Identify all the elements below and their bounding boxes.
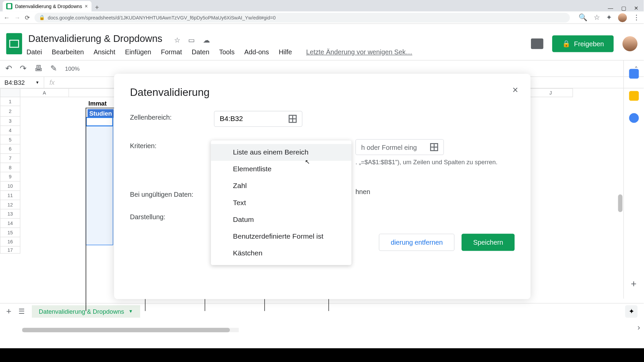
dropdown-option-item-list[interactable]: Elementliste: [211, 161, 352, 178]
extensions-icon[interactable]: ✦: [606, 13, 612, 22]
range-label: Zellenbereich:: [130, 111, 214, 121]
menu-view[interactable]: Ansicht: [94, 48, 115, 55]
name-box[interactable]: B4:B32 ▼: [0, 77, 44, 88]
reload-icon[interactable]: ⟳: [25, 14, 30, 21]
add-sheet-icon[interactable]: +: [6, 306, 11, 316]
move-doc-icon[interactable]: ▭: [188, 36, 195, 44]
minimize-icon[interactable]: —: [608, 5, 613, 11]
criteria-range-input[interactable]: h oder Formel eing: [356, 139, 444, 155]
row-header[interactable]: 7: [0, 154, 20, 163]
close-tab-icon[interactable]: ×: [85, 3, 88, 9]
row-header[interactable]: 8: [0, 163, 20, 172]
row-header[interactable]: 13: [0, 209, 20, 219]
close-window-icon[interactable]: ✕: [634, 5, 638, 11]
row-header[interactable]: 17: [0, 246, 20, 253]
browser-tab[interactable]: Datenvalidierung & Dropdowns ×: [3, 1, 91, 12]
url-input[interactable]: 🔒 docs.google.com/spreadsheets/d/1JKUDAN…: [35, 13, 570, 22]
row-header[interactable]: 3: [0, 117, 20, 126]
last-edit-link[interactable]: Letzte Änderung vor wenigen Sek…: [306, 48, 413, 55]
calendar-icon[interactable]: [629, 69, 639, 79]
print-icon[interactable]: 🖶: [35, 64, 43, 73]
row-header[interactable]: 6: [0, 144, 20, 154]
criteria-label: Kriterien:: [130, 139, 214, 149]
save-button[interactable]: Speichern: [462, 234, 515, 251]
comments-icon[interactable]: [531, 39, 544, 49]
select-range-icon[interactable]: [289, 115, 297, 123]
dropdown-option-custom-formula[interactable]: Benutzerdefinierte Formel ist: [211, 228, 352, 245]
document-title[interactable]: Datenvalidierung & Dropdowns: [26, 32, 164, 46]
row-header[interactable]: 9: [0, 172, 20, 182]
redo-icon[interactable]: ↷: [20, 64, 26, 73]
browser-tab-bar: Datenvalidierung & Dropdowns × + — ▢ ✕: [0, 0, 644, 11]
dropdown-option-text[interactable]: Text: [211, 194, 352, 211]
menu-file[interactable]: Datei: [26, 48, 42, 55]
dropdown-option-checkbox[interactable]: Kästchen: [211, 245, 352, 261]
row-header[interactable]: 5: [0, 135, 20, 144]
sheets-logo-icon[interactable]: [6, 33, 22, 54]
maximize-icon[interactable]: ▢: [621, 5, 626, 11]
cloud-status-icon[interactable]: ☁: [203, 36, 210, 44]
vertical-scrollbar[interactable]: [617, 194, 623, 362]
zoom-icon[interactable]: 🔍: [579, 13, 587, 22]
select-range-icon[interactable]: [430, 143, 438, 151]
menu-format[interactable]: Format: [161, 48, 182, 55]
zoom-select[interactable]: 100%: [65, 65, 80, 72]
menu-tools[interactable]: Tools: [219, 48, 234, 55]
fx-icon: fx: [44, 79, 60, 86]
dropdown-option-number[interactable]: Zahl: [211, 178, 352, 194]
side-panel-toggle-icon[interactable]: ›: [638, 323, 640, 332]
menu-data[interactable]: Daten: [192, 48, 209, 55]
new-tab-button[interactable]: +: [91, 4, 102, 12]
explore-icon[interactable]: ✦: [625, 305, 638, 317]
lock-icon: 🔒: [39, 14, 45, 20]
row-header[interactable]: 10: [0, 182, 20, 191]
menu-addons[interactable]: Add-ons: [244, 48, 269, 55]
row-header[interactable]: 16: [0, 237, 20, 247]
sheets-favicon: [6, 3, 12, 9]
add-addon-icon[interactable]: +: [631, 278, 637, 290]
account-avatar[interactable]: [623, 36, 638, 51]
menu-insert[interactable]: Einfügen: [125, 48, 151, 55]
address-bar: ← → ⟳ 🔒 docs.google.com/spreadsheets/d/1…: [0, 11, 644, 24]
col-header[interactable]: A: [20, 88, 69, 97]
tasks-icon[interactable]: [629, 113, 639, 123]
menu-help[interactable]: Hilfe: [279, 48, 292, 55]
paint-format-icon[interactable]: ✎: [50, 64, 57, 73]
col-header[interactable]: J: [529, 88, 573, 97]
criteria-dropdown: Liste aus einem Bereich Elementliste Zah…: [211, 140, 352, 265]
menu-edit[interactable]: Bearbeiten: [52, 48, 84, 55]
dropdown-option-date[interactable]: Datum: [211, 211, 352, 228]
row-header[interactable]: 1: [0, 97, 20, 106]
dropdown-option-list-range[interactable]: Liste aus einem Bereich: [211, 144, 352, 161]
share-button[interactable]: 🔒 Freigeben: [552, 35, 614, 52]
side-panel: +: [623, 60, 644, 299]
keep-icon[interactable]: [629, 91, 639, 101]
cell-a2: Immat: [89, 100, 107, 107]
forward-icon[interactable]: →: [14, 14, 20, 21]
row-header[interactable]: 2: [0, 106, 20, 117]
row-header[interactable]: 4: [0, 126, 20, 135]
row-header[interactable]: 11: [0, 191, 20, 200]
undo-icon[interactable]: ↶: [5, 64, 12, 73]
url-text: docs.google.com/spreadsheets/d/1JKUDANYH…: [48, 15, 275, 20]
menu-bar: Datei Bearbeiten Ansicht Einfügen Format…: [26, 48, 527, 55]
cell-range-input[interactable]: B4:B32: [214, 111, 303, 127]
close-dialog-icon[interactable]: ×: [513, 84, 518, 96]
tab-title: Datenvalidierung & Dropdowns: [15, 4, 82, 9]
remove-validation-button[interactable]: dierung entfernen: [379, 234, 454, 251]
star-doc-icon[interactable]: ☆: [174, 36, 180, 44]
back-icon[interactable]: ←: [4, 14, 10, 21]
all-sheets-icon[interactable]: ☰: [18, 307, 24, 315]
row-header[interactable]: 15: [0, 228, 20, 237]
invalid-data-label: Bei ungültigen Daten:: [130, 188, 223, 198]
horizontal-scrollbar[interactable]: [22, 328, 239, 332]
browser-profile-avatar[interactable]: [618, 13, 627, 22]
select-all-corner[interactable]: [0, 88, 20, 97]
row-header[interactable]: 12: [0, 200, 20, 209]
row-header[interactable]: 14: [0, 219, 20, 228]
criteria-hint: . „=$A$1:$B$1"), um Zeilen und Spalten z…: [356, 159, 515, 166]
browser-menu-icon[interactable]: ⋮: [633, 13, 640, 22]
star-icon[interactable]: ☆: [594, 13, 600, 22]
lock-icon: 🔒: [562, 40, 571, 48]
dropdown-icon: ▼: [36, 80, 40, 84]
